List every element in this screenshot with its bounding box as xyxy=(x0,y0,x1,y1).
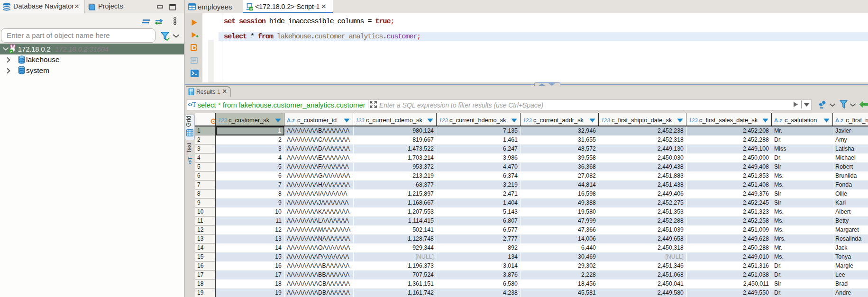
svg-text:T: T xyxy=(192,101,196,108)
svg-text:T: T xyxy=(186,157,193,161)
